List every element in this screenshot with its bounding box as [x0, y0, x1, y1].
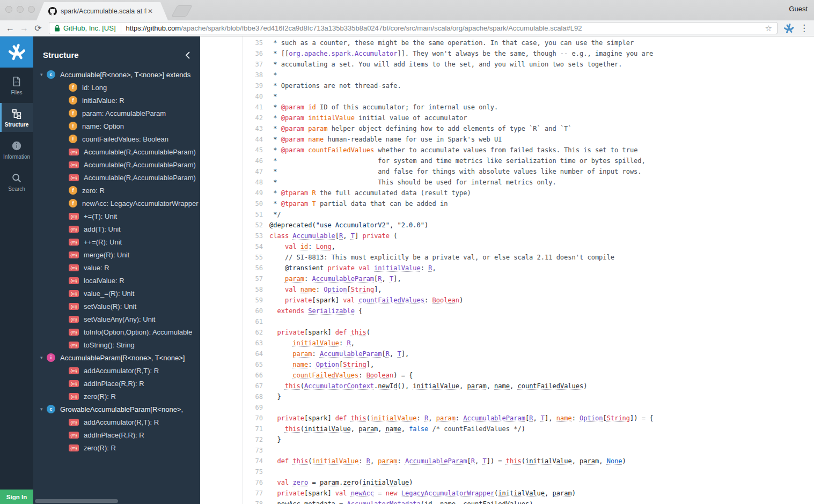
structure-tree-item[interactable]: {m}+=(T): Unit — [33, 210, 200, 223]
line-number[interactable]: 71 — [200, 424, 263, 434]
line-number[interactable]: 35 — [200, 38, 263, 48]
structure-tree-item[interactable]: fcountFailedValues: Boolean — [33, 132, 200, 145]
structure-tree-item[interactable]: {m}add(T): Unit — [33, 223, 200, 235]
structure-tree-item[interactable]: {m}addInPlace(R,R): R — [33, 377, 200, 390]
reload-button[interactable]: ⟳ — [31, 23, 45, 33]
expander-icon[interactable]: ▾ — [40, 406, 47, 412]
sidebar-item-files[interactable]: </> Files — [0, 71, 33, 100]
line-number[interactable]: 70 — [200, 413, 263, 424]
line-number[interactable]: 51 — [200, 209, 263, 220]
structure-tree-item[interactable]: fnewAcc: LegacyAccumulatorWrapper — [33, 197, 200, 210]
structure-tree-item[interactable]: {m}addAccumulator(R,T): R — [33, 364, 200, 377]
line-number[interactable]: 55 — [200, 252, 263, 263]
sidebar-item-information[interactable]: Information — [0, 135, 33, 164]
line-number[interactable]: 77 — [200, 488, 263, 499]
expander-icon[interactable]: ▾ — [40, 72, 47, 77]
new-tab-button[interactable] — [171, 5, 192, 17]
sourcegraph-extension-icon[interactable] — [783, 23, 794, 34]
line-number[interactable]: 67 — [200, 381, 263, 391]
sign-in-button[interactable]: Sign In — [0, 490, 33, 504]
line-number[interactable]: 41 — [200, 102, 263, 113]
line-number[interactable]: 57 — [200, 273, 263, 284]
back-button[interactable]: ← — [3, 24, 17, 33]
line-number[interactable]: 58 — [200, 284, 263, 295]
window-controls[interactable] — [5, 6, 35, 13]
structure-tree-item[interactable]: {m}merge(R): Unit — [33, 248, 200, 261]
sidebar-item-search[interactable]: Search — [0, 167, 33, 196]
forward-button[interactable]: → — [17, 24, 31, 33]
structure-tree-item[interactable]: {m}++=(R): Unit — [33, 235, 200, 248]
structure-tree-item[interactable]: {m}localValue: R — [33, 274, 200, 287]
address-bar[interactable]: GitHub, Inc. [US] https://github.com/apa… — [49, 22, 778, 34]
structure-tree-item[interactable]: {m}value: R — [33, 261, 200, 274]
structure-tree-item[interactable]: {m}toInfo(Option,Option): Accumulable — [33, 325, 200, 338]
line-number[interactable]: 42 — [200, 113, 263, 123]
line-number[interactable]: 43 — [200, 123, 263, 134]
line-number[interactable]: 66 — [200, 370, 263, 381]
bookmark-star-icon[interactable]: ☆ — [765, 24, 772, 33]
structure-tree-item[interactable]: {m}value_=(R): Unit — [33, 287, 200, 300]
line-number[interactable]: 37 — [200, 59, 263, 70]
line-number[interactable]: 65 — [200, 359, 263, 370]
structure-tree-item[interactable]: ▾iAccumulableParam[R<none>, T<none>] — [33, 351, 200, 364]
close-tab-icon[interactable]: ✕ — [148, 8, 153, 15]
line-number[interactable]: 62 — [200, 327, 263, 338]
line-number[interactable]: 40 — [200, 91, 263, 102]
structure-tree-item[interactable]: {m}addAccumulator(R,T): R — [33, 416, 200, 428]
line-number[interactable]: 46 — [200, 155, 263, 166]
line-number[interactable]: 64 — [200, 349, 263, 359]
structure-tree-item[interactable]: {m}setValueAny(Any): Unit — [33, 313, 200, 325]
line-number[interactable]: 76 — [200, 477, 263, 488]
url-text[interactable]: https://github.com/apache/spark/blob/fbb… — [126, 24, 762, 32]
structure-tree-item[interactable]: ▾cGrowableAccumulableParam[R<none>, — [33, 403, 200, 416]
structure-tree-item[interactable]: {m}addInPlace(R,R): R — [33, 428, 200, 441]
line-number[interactable]: 78 — [200, 499, 263, 504]
structure-tree-item[interactable]: {m}toString(): String — [33, 338, 200, 351]
line-number[interactable]: 39 — [200, 80, 263, 91]
line-number[interactable]: 49 — [200, 188, 263, 198]
line-number[interactable]: 44 — [200, 134, 263, 145]
line-number[interactable]: 61 — [200, 316, 263, 327]
structure-tree-item[interactable]: {m}setValue(R): Unit — [33, 300, 200, 313]
structure-tree-item[interactable]: {m}Accumulable(R,AccumulableParam) — [33, 171, 200, 184]
line-number[interactable]: 50 — [200, 198, 263, 209]
structure-tree-item[interactable]: {m}zero(R): R — [33, 390, 200, 403]
expander-icon[interactable]: ▾ — [40, 355, 47, 360]
close-window-icon[interactable] — [5, 6, 12, 13]
structure-tree-item[interactable]: fparam: AccumulableParam — [33, 107, 200, 120]
line-number[interactable]: 52 — [200, 220, 263, 231]
sidebar-item-structure[interactable]: Structure — [0, 103, 33, 132]
line-number[interactable]: 48 — [200, 177, 263, 188]
structure-tree-item[interactable]: {m}zero(R): R — [33, 441, 200, 454]
sourcegraph-logo[interactable] — [0, 36, 33, 68]
line-number[interactable]: 56 — [200, 263, 263, 273]
structure-tree-item[interactable]: {m}Accumulable(R,AccumulableParam) — [33, 145, 200, 158]
line-number[interactable]: 69 — [200, 402, 263, 413]
structure-tree-item[interactable]: fid: Long — [33, 81, 200, 94]
line-number[interactable]: 54 — [200, 241, 263, 252]
line-number[interactable]: 38 — [200, 70, 263, 80]
line-number[interactable]: 74 — [200, 456, 263, 466]
line-number[interactable]: 68 — [200, 391, 263, 402]
browser-tab[interactable]: spark/Accumulable.scala at fbb ✕ — [36, 2, 168, 20]
cert-label[interactable]: GitHub, Inc. [US] — [63, 24, 116, 32]
collapse-panel-icon[interactable] — [184, 51, 192, 60]
line-number[interactable]: 60 — [200, 306, 263, 316]
horizontal-scrollbar[interactable] — [35, 499, 118, 503]
structure-tree-item[interactable]: finitialValue: R — [33, 94, 200, 107]
zoom-window-icon[interactable] — [28, 6, 35, 13]
line-number[interactable]: 63 — [200, 338, 263, 349]
line-number[interactable]: 72 — [200, 434, 263, 445]
structure-tree-item[interactable]: fname: Option — [33, 120, 200, 132]
line-number[interactable]: 45 — [200, 145, 263, 155]
line-number[interactable]: 53 — [200, 231, 263, 241]
structure-tree-item[interactable]: {m}Accumulable(R,AccumulableParam) — [33, 158, 200, 171]
line-number[interactable]: 47 — [200, 166, 263, 177]
structure-tree-item[interactable]: fzero: R — [33, 184, 200, 197]
line-number[interactable]: 73 — [200, 445, 263, 456]
browser-menu-icon[interactable]: ⋮ — [800, 23, 809, 34]
structure-tree-item[interactable]: ▾cAccumulable[R<none>, T<none>] extends — [33, 68, 200, 81]
line-number[interactable]: 75 — [200, 466, 263, 477]
line-number[interactable]: 59 — [200, 295, 263, 306]
line-number[interactable]: 36 — [200, 48, 263, 59]
